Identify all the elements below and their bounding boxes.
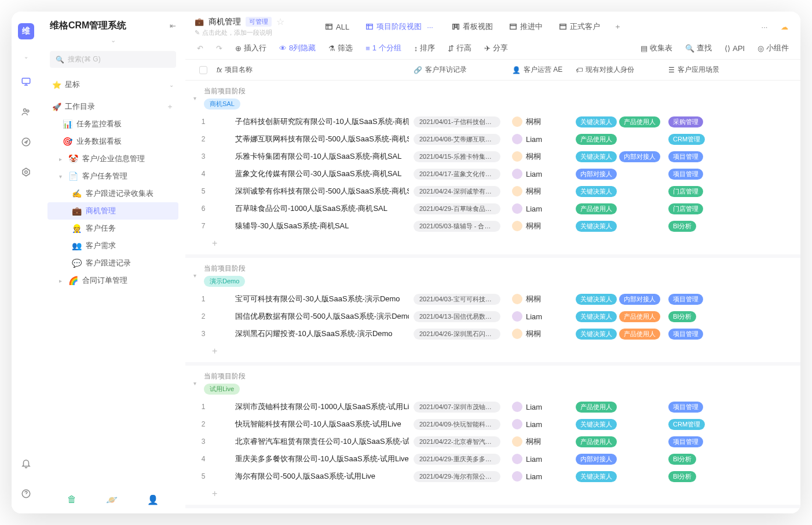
- chevron-down-icon[interactable]: ▾: [193, 95, 196, 101]
- col-header-name[interactable]: fx项目名称: [212, 65, 409, 75]
- rail-display-icon[interactable]: [18, 74, 34, 90]
- cell-visit[interactable]: 2021/04/22-北京睿智汽车...: [409, 436, 507, 447]
- cell-name[interactable]: 子信科技创新研究院有限公司-10人版SaaS系统-商机SAL: [212, 116, 409, 127]
- cell-name[interactable]: 北京睿智汽车租赁有限责任公司-10人版SaaS系统-试用Li...: [212, 436, 409, 447]
- cell-scene[interactable]: 门店管理: [664, 203, 791, 214]
- nav-item-customer-tasks2[interactable]: 👷 客户任务: [47, 220, 178, 237]
- rail-compass-icon[interactable]: [18, 134, 34, 150]
- search-input[interactable]: 🔍 搜索(⌘ G): [50, 51, 176, 68]
- cell-scene[interactable]: CRM管理: [664, 134, 791, 145]
- cell-contact[interactable]: 关键决策人 内部对接人: [571, 294, 664, 305]
- cell-name[interactable]: 快玩智能科技有限公司-10人版SaaS系统-试用Live: [212, 419, 409, 429]
- trash-icon[interactable]: 🗑: [67, 494, 76, 505]
- row-height-button[interactable]: ⇵行高: [445, 42, 474, 54]
- cell-ae[interactable]: 桐桐: [507, 294, 571, 304]
- add-tab-icon[interactable]: ＋: [608, 18, 627, 35]
- table-row[interactable]: 3深圳黑石闪耀投资-10人版SaaS系统-演示Demo2021/04/26-深圳…: [185, 325, 800, 342]
- cell-visit[interactable]: 2021/04/13-国信优易数据...: [409, 311, 507, 322]
- tab-formal[interactable]: 正式客户: [551, 18, 608, 35]
- cell-visit[interactable]: 2021/04/24-深圳诚挚有你...: [409, 186, 507, 197]
- cell-ae[interactable]: 桐桐: [507, 436, 571, 447]
- hide-columns-button[interactable]: 👁8列隐藏: [277, 42, 318, 54]
- nav-star-section[interactable]: ⭐ 星标 ⌄: [47, 76, 178, 93]
- cell-name[interactable]: 深圳市茂铀科技有限公司-1000人版SaaS系统-试用Live: [212, 402, 409, 412]
- cell-scene[interactable]: 项目管理: [664, 436, 791, 447]
- cell-name[interactable]: 百草味食品公司-1000人版SaaS系统-商机SAL: [212, 203, 409, 214]
- table-row[interactable]: 5海尔有限公司-500人版SaaS系统-试用Live2021/04/29-海尔有…: [185, 468, 800, 485]
- more-icon[interactable]: ···: [758, 20, 771, 34]
- cell-contact[interactable]: 关键决策人 产品使用人: [571, 116, 664, 127]
- nav-item-customer-task[interactable]: ▾ 📄 客户任务管理: [47, 167, 178, 185]
- cell-visit[interactable]: 2021/04/08-艾蒂娜互联网...: [409, 134, 507, 145]
- group-button[interactable]: ≡1 个分组: [363, 42, 403, 54]
- table-row[interactable]: 4重庆美多多餐饮有限公司-10人版SaaS系统-试用Live2021/04/29…: [185, 450, 800, 468]
- tab-more-icon[interactable]: ···: [425, 23, 436, 31]
- cell-scene[interactable]: BI分析: [664, 454, 791, 465]
- table-row[interactable]: 1深圳市茂铀科技有限公司-1000人版SaaS系统-试用Live2021/04/…: [185, 398, 800, 415]
- cell-name[interactable]: 艾蒂娜互联网科技有限公司-500人版SaaS系统-商机SAL: [212, 134, 409, 144]
- col-header-contact[interactable]: 🏷现有对接人身份: [571, 65, 664, 75]
- nav-item-customer-needs[interactable]: 👥 客户需求: [47, 237, 178, 254]
- cell-name[interactable]: 宝可可科技有限公司-30人版SaaS系统-演示Demo: [212, 294, 409, 304]
- table-row[interactable]: 2艾蒂娜互联网科技有限公司-500人版SaaS系统-商机SAL2021/04/0…: [185, 130, 800, 148]
- sidebar-collapse-icon[interactable]: ⇤: [170, 21, 176, 30]
- rail-settings-icon[interactable]: [18, 164, 34, 180]
- list-toggle-icon[interactable]: [294, 23, 303, 30]
- insert-row-button[interactable]: ⊕插入行: [233, 42, 269, 54]
- cell-scene[interactable]: 项目管理: [664, 151, 791, 162]
- cell-visit[interactable]: 2021/04/17-蓝象文化传媒...: [409, 169, 507, 180]
- cell-contact[interactable]: 产品使用人: [571, 402, 664, 413]
- add-member-icon[interactable]: 👤: [147, 494, 159, 505]
- sort-button[interactable]: ↕排序: [412, 42, 438, 54]
- collect-button[interactable]: ▤收集表: [638, 42, 675, 54]
- group-header[interactable]: ▾当前项目阶段试用Live: [185, 366, 800, 398]
- cell-contact[interactable]: 内部对接人: [571, 169, 664, 180]
- cell-scene[interactable]: BI分析: [664, 221, 791, 232]
- cell-visit[interactable]: 2021/04/15-乐雅卡特集团...: [409, 151, 507, 162]
- share-button[interactable]: ✈分享: [482, 42, 510, 54]
- cell-contact[interactable]: 内部对接人: [571, 454, 664, 465]
- cell-contact[interactable]: 关键决策人 产品使用人: [571, 329, 664, 340]
- search-button[interactable]: 🔍查找: [683, 42, 714, 54]
- cell-ae[interactable]: Liam: [507, 471, 571, 482]
- add-row-button[interactable]: +: [185, 485, 800, 505]
- table-row[interactable]: 6百草味食品公司-1000人版SaaS系统-商机SAL2021/04/29-百草…: [185, 200, 800, 217]
- cell-name[interactable]: 深圳黑石闪耀投资-10人版SaaS系统-演示Demo: [212, 329, 409, 339]
- group-header[interactable]: ▾当前项目阶段商机SAL: [185, 81, 800, 113]
- table-row[interactable]: 1宝可可科技有限公司-30人版SaaS系统-演示Demo2021/04/03-宝…: [185, 290, 800, 308]
- cell-ae[interactable]: 桐桐: [507, 186, 571, 196]
- cell-ae[interactable]: Liam: [507, 419, 571, 429]
- col-header-ae[interactable]: 👤客户运营 AE: [507, 65, 571, 75]
- cell-visit[interactable]: 2021/04/09-快玩智能科技...: [409, 419, 507, 430]
- cell-contact[interactable]: 关键决策人: [571, 471, 664, 482]
- add-icon[interactable]: ＋: [166, 101, 174, 112]
- cell-name[interactable]: 猿辅导-30人版SaaS系统-商机SAL: [212, 221, 409, 231]
- cell-ae[interactable]: Liam: [507, 134, 571, 144]
- chevron-down-icon[interactable]: ▾: [193, 380, 196, 387]
- cell-visit[interactable]: 2021/04/03-宝可可科技有...: [409, 294, 507, 305]
- cell-scene[interactable]: 门店管理: [664, 186, 791, 197]
- cell-visit[interactable]: 2021/05/03-猿辅导 - 合作...: [409, 221, 507, 232]
- cell-scene[interactable]: 项目管理: [664, 329, 791, 340]
- tab-stage-view[interactable]: 项目阶段视图 ···: [357, 18, 444, 35]
- cell-visit[interactable]: 2021/04/07-深圳市茂铀科...: [409, 402, 507, 413]
- cell-contact[interactable]: 关键决策人: [571, 186, 664, 197]
- table-row[interactable]: 4蓝象文化传媒有限公司-30人版SaaS系统-商机SAL2021/04/17-蓝…: [185, 165, 800, 183]
- cell-scene[interactable]: 采购管理: [664, 116, 791, 127]
- nav-item-contract-order[interactable]: ▸ 🌈 合同订单管理: [47, 272, 178, 289]
- tab-progress[interactable]: 推进中: [501, 18, 551, 35]
- cell-visit[interactable]: 2021/04/29-百草味食品公...: [409, 203, 507, 214]
- nav-item-customer-info[interactable]: ▸ 🤡 客户/企业信息管理: [47, 150, 178, 167]
- tab-kanban[interactable]: 看板视图: [444, 18, 501, 35]
- tab-all[interactable]: ALL: [317, 19, 357, 35]
- cell-ae[interactable]: Liam: [507, 169, 571, 179]
- nav-item-biz-data[interactable]: 🎯 业务数据看板: [47, 133, 178, 150]
- cell-ae[interactable]: Liam: [507, 311, 571, 322]
- planet-icon[interactable]: 🪐: [106, 494, 118, 505]
- cell-name[interactable]: 重庆美多多餐饮有限公司-10人版SaaS系统-试用Live: [212, 454, 409, 464]
- star-icon[interactable]: ☆: [276, 16, 284, 27]
- cell-ae[interactable]: 桐桐: [507, 221, 571, 231]
- cell-ae[interactable]: Liam: [507, 402, 571, 412]
- cell-scene[interactable]: 项目管理: [664, 169, 791, 180]
- cell-contact[interactable]: 产品使用人: [571, 134, 664, 145]
